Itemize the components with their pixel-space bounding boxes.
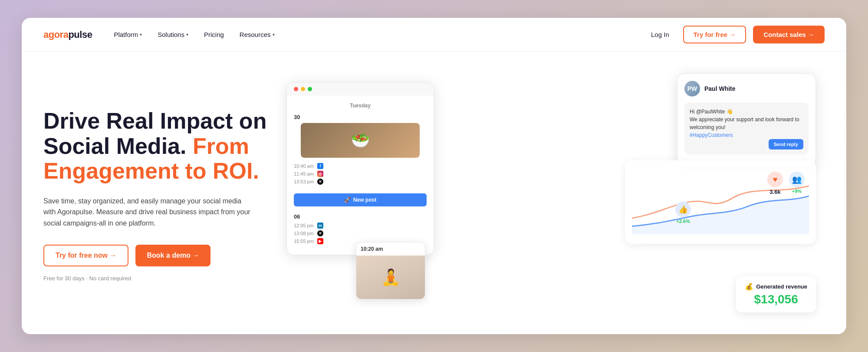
thumb-metric: 👍 +2.6% — [675, 202, 691, 224]
window-dot-green — [308, 87, 312, 91]
nav-right: Log In Try for free → Contact sales → — [644, 26, 825, 43]
inbox-message-line1: Hi @PaulWhite 👋 — [690, 108, 803, 116]
analytics-panel: ♥ 3.6k 👍 +2.6% 👥 +9% — [625, 160, 816, 244]
hero-content: Drive Real Impact on Social Media. From … — [43, 109, 269, 281]
metric-thumb-pct: +2.6% — [676, 219, 690, 224]
money-icon: 💰 — [745, 282, 753, 291]
facebook-icon: f — [317, 163, 323, 169]
post-time-6: 15:55 pm — [294, 239, 314, 244]
twitter-icon-2: ✕ — [317, 230, 323, 236]
calendar-food-image: 🥗 — [301, 123, 420, 158]
send-reply-button[interactable]: Send reply — [769, 139, 803, 149]
hero-buttons: Try for free now → Book a demo → — [43, 245, 269, 266]
dashboard-mockup: Tuesday 30 🥗 10:40 am f 11:45 am ◎ — [286, 73, 825, 317]
post-image-panel: 10:20 am 🧘 — [356, 242, 425, 299]
revenue-panel: 💰 Generated revenue $13,056 — [736, 276, 816, 312]
rocket-icon: 🚀 — [344, 197, 351, 203]
window-dot-red — [294, 87, 298, 91]
calendar-date-2: 06 — [294, 213, 427, 220]
logo-text-pulse: pulse — [68, 29, 92, 40]
nav-platform[interactable]: Platform ▾ — [107, 27, 149, 42]
chevron-down-icon: ▾ — [140, 32, 142, 37]
nav-solutions-label: Solutions — [158, 31, 184, 38]
users-icon: 👥 — [789, 172, 805, 187]
free-note: Free for 30 days · No card required — [43, 275, 269, 282]
youtube-icon: ▶ — [317, 238, 323, 244]
calendar-date-1: 30 — [294, 114, 427, 120]
nav-items: Platform ▾ Solutions ▾ Pricing Resources… — [107, 27, 640, 42]
calendar-post-5: 13:08 pm ✕ — [294, 230, 427, 236]
hero-heading-orange: From — [193, 133, 249, 159]
calendar-post-1: 10:40 am f — [294, 163, 427, 169]
inbox-message-line2: We appreciate your support and look forw… — [690, 116, 803, 131]
hero-heading-line1: Drive Real Impact on — [43, 108, 266, 133]
calendar-post-4: 12:05 pm in — [294, 222, 427, 229]
calendar-panel-header — [287, 83, 434, 96]
inbox-panel: PW Paul White Hi @PaulWhite 👋 We appreci… — [677, 73, 816, 166]
hero-heading-line3: Engagement to ROI. — [43, 158, 259, 183]
login-link[interactable]: Log In — [644, 27, 676, 42]
inbox-user-info: PW Paul White — [684, 81, 809, 96]
contact-sales-button[interactable]: Contact sales → — [753, 26, 825, 43]
calendar-section-1: 30 🥗 10:40 am f 11:45 am ◎ — [287, 110, 434, 190]
main-card: agora pulse Platform ▾ Solutions ▾ Prici… — [22, 18, 846, 334]
revenue-label-text: Generated revenue — [756, 283, 807, 290]
new-post-label: New post — [353, 197, 376, 203]
calendar-day-header: Tuesday — [287, 101, 434, 110]
hero-heading: Drive Real Impact on Social Media. From … — [43, 109, 269, 183]
post-time-3: 13:53 pm — [294, 179, 314, 184]
try-free-now-button[interactable]: Try for free now → — [43, 245, 128, 266]
thumb-icon: 👍 — [675, 202, 691, 217]
window-dot-yellow — [301, 87, 305, 91]
nav-resources-label: Resources — [240, 31, 271, 38]
revenue-value: $13,056 — [745, 292, 807, 306]
try-free-button[interactable]: Try for free → — [683, 26, 746, 43]
heart-icon: ♥ — [767, 172, 783, 187]
revenue-label: 💰 Generated revenue — [745, 282, 807, 291]
inbox-username: Paul White — [704, 85, 736, 92]
nav-pricing[interactable]: Pricing — [197, 27, 231, 42]
heart-metric: ♥ 3.6k — [767, 172, 783, 195]
metric-heart-value: 3.6k — [769, 189, 780, 195]
new-post-button[interactable]: 🚀 New post — [294, 193, 427, 206]
post-time-5: 13:08 pm — [294, 231, 314, 236]
person-emoji-icon: 🧘 — [381, 268, 401, 286]
post-time-1: 10:40 am — [294, 163, 314, 169]
instagram-icon: ◎ — [317, 171, 323, 177]
metric-users-pct: +9% — [792, 189, 802, 194]
post-time-2: 11:45 am — [294, 171, 314, 176]
navbar: agora pulse Platform ▾ Solutions ▾ Prici… — [22, 18, 846, 52]
hero-description: Save time, stay organized, and easily ma… — [43, 196, 252, 229]
chevron-down-icon: ▾ — [186, 32, 188, 37]
logo-text-agora: agora — [43, 29, 68, 40]
calendar-body: Tuesday 30 🥗 10:40 am f 11:45 am ◎ — [287, 96, 434, 255]
calendar-post-3: 13:53 pm ✕ — [294, 179, 427, 185]
inbox-hashtag: #HappyCustomers — [690, 131, 803, 139]
chevron-down-icon: ▾ — [273, 32, 275, 37]
user-avatar: PW — [684, 81, 700, 96]
nav-resources[interactable]: Resources ▾ — [233, 27, 282, 42]
post-preview-time: 10:20 am — [356, 242, 425, 256]
nav-pricing-label: Pricing — [204, 31, 224, 38]
calendar-post-2: 11:45 am ◎ — [294, 171, 427, 177]
users-metric: 👥 +9% — [789, 172, 805, 194]
calendar-panel: Tuesday 30 🥗 10:40 am f 11:45 am ◎ — [286, 82, 434, 255]
nav-solutions[interactable]: Solutions ▾ — [151, 27, 195, 42]
hero-section: Drive Real Impact on Social Media. From … — [22, 52, 846, 334]
hero-heading-line2: Social Media. — [43, 133, 193, 159]
food-emoji-icon: 🥗 — [351, 131, 370, 149]
book-demo-button[interactable]: Book a demo → — [135, 245, 210, 266]
post-preview-image: 🧘 — [356, 256, 425, 299]
nav-platform-label: Platform — [114, 31, 138, 38]
inbox-message-box: Hi @PaulWhite 👋 We appreciate your suppo… — [684, 103, 809, 155]
linkedin-icon: in — [317, 222, 323, 229]
post-time-4: 12:05 pm — [294, 223, 314, 228]
logo[interactable]: agora pulse — [43, 29, 92, 40]
analytics-chart: ♥ 3.6k 👍 +2.6% 👥 +9% — [632, 167, 809, 237]
twitter-icon: ✕ — [317, 179, 323, 185]
